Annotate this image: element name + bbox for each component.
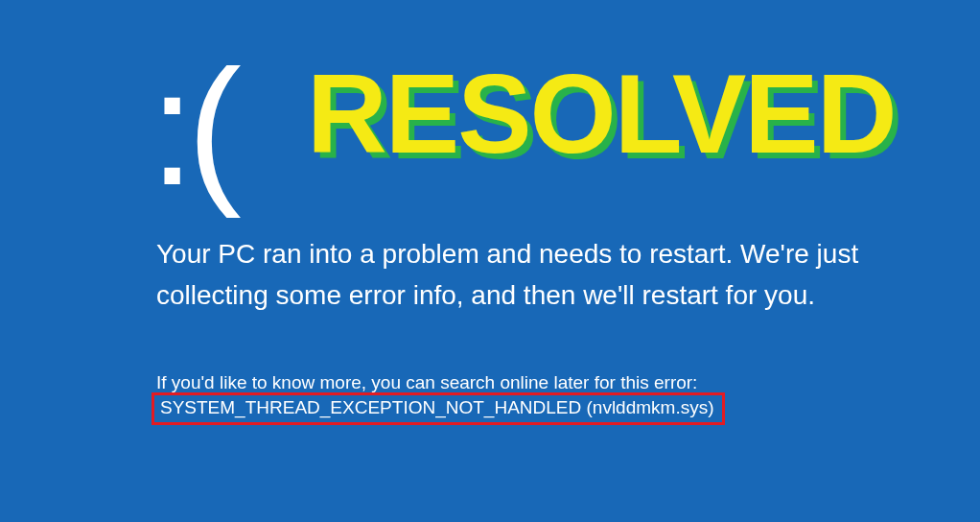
bsod-message: Your PC ran into a problem and needs to … — [156, 233, 943, 317]
bsod-hint: If you'd like to know more, you can sear… — [156, 372, 697, 393]
bsod-error-code: SYSTEM_THREAD_EXCEPTION_NOT_HANDLED (nvl… — [160, 397, 714, 418]
error-highlight-box: SYSTEM_THREAD_EXCEPTION_NOT_HANDLED (nvl… — [152, 392, 725, 425]
resolved-label: RESOLVED — [307, 50, 896, 178]
resolved-overlay: RESOLVED RESOLVED — [307, 50, 896, 178]
sad-face-icon: :( — [150, 46, 234, 209]
